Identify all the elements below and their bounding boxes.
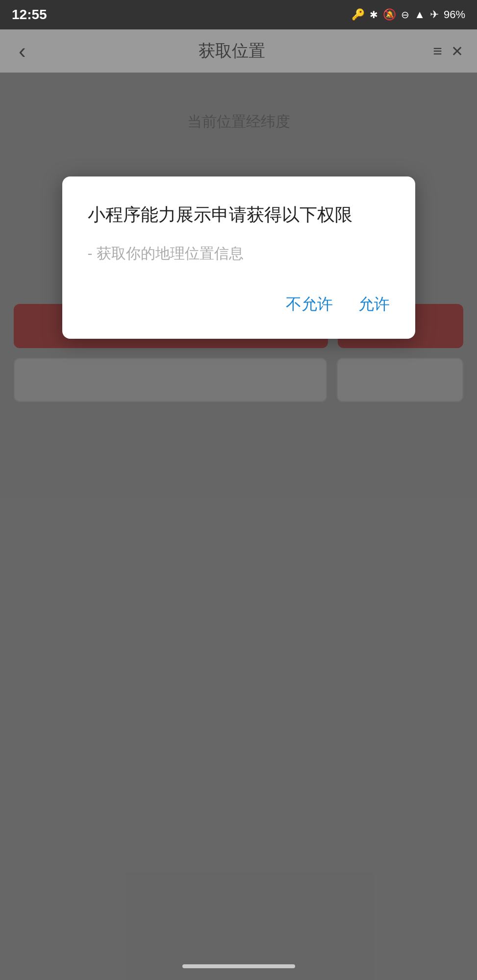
dialog-overlay: 小程序能力展示申请获得以下权限 - 获取你的地理位置信息 不允许 允许 bbox=[0, 29, 477, 980]
notification-muted-icon: 🔕 bbox=[383, 8, 396, 21]
dnd-icon: ⊖ bbox=[401, 9, 409, 21]
airplane-icon: ✈ bbox=[430, 8, 439, 21]
status-icons: 🔑 ✱ 🔕 ⊖ ▲ ✈ 96% bbox=[351, 8, 465, 21]
bluetooth-icon: ✱ bbox=[370, 9, 378, 21]
allow-button[interactable]: 允许 bbox=[358, 290, 390, 319]
status-bar: 12:55 🔑 ✱ 🔕 ⊖ ▲ ✈ 96% bbox=[0, 0, 477, 29]
status-time: 12:55 bbox=[12, 7, 47, 23]
wifi-icon: ▲ bbox=[414, 8, 425, 21]
page: 12:55 🔑 ✱ 🔕 ⊖ ▲ ✈ 96% ‹ 获取位置 ≡ ✕ bbox=[0, 0, 477, 980]
key-icon: 🔑 bbox=[351, 8, 365, 21]
home-bar bbox=[182, 964, 295, 968]
battery-indicator: 96% bbox=[444, 8, 465, 21]
permission-dialog: 小程序能力展示申请获得以下权限 - 获取你的地理位置信息 不允许 允许 bbox=[62, 176, 415, 339]
dialog-title: 小程序能力展示申请获得以下权限 bbox=[88, 202, 390, 227]
dialog-permission: - 获取你的地理位置信息 bbox=[88, 242, 390, 264]
dialog-buttons: 不允许 允许 bbox=[88, 290, 390, 319]
deny-button[interactable]: 不允许 bbox=[286, 290, 333, 319]
